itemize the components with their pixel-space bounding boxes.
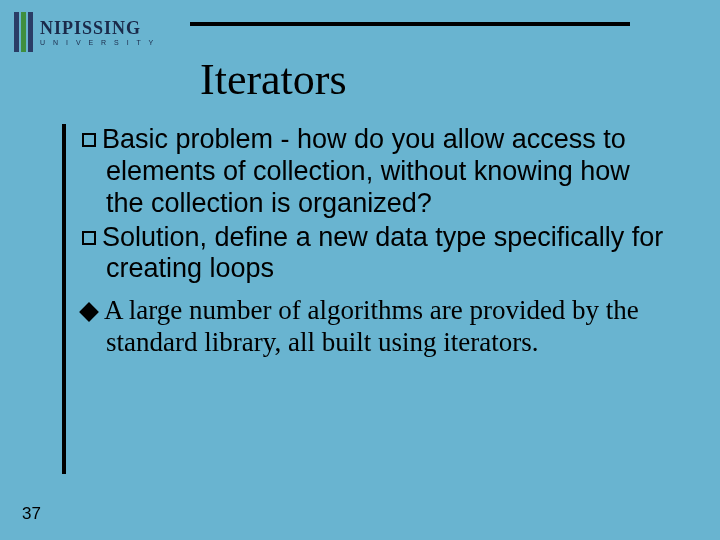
logo-text: NIPISSING U N I V E R S I T Y [40,19,156,46]
slide-body: Basic problem - how do you allow access … [72,124,672,361]
bullet-item: Solution, define a new data type specifi… [72,222,672,286]
slide: NIPISSING U N I V E R S I T Y Iterators … [0,0,720,540]
slide-title: Iterators [200,54,347,105]
bullet-item: Basic problem - how do you allow access … [72,124,672,220]
diamond-bullet-icon [79,302,99,322]
logo-subtitle: U N I V E R S I T Y [40,39,156,46]
bullet-text: Solution, define a new data type specifi… [102,222,663,284]
page-number: 37 [22,504,41,524]
square-bullet-icon [82,133,96,147]
horizontal-rule [190,22,630,26]
bullet-text: Basic problem - how do you allow access … [102,124,630,218]
logo-name: NIPISSING [40,19,156,37]
bullet-item: A large number of algorithms are provide… [72,295,672,359]
university-logo: NIPISSING U N I V E R S I T Y [14,8,174,56]
logo-mark-icon [14,12,36,52]
bullet-text: A large number of algorithms are provide… [104,295,639,357]
square-bullet-icon [82,231,96,245]
vertical-rule [62,124,66,474]
